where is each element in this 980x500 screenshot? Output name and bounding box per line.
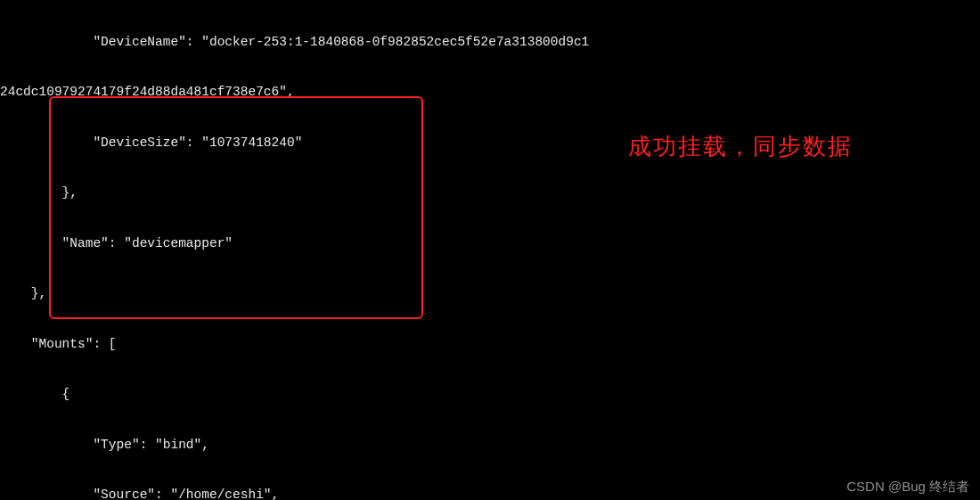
json-line: "Mounts": [ xyxy=(0,336,980,353)
annotation-text: 成功挂载，同步数据 xyxy=(628,132,853,162)
json-line: "DeviceName": "docker-253:1-1840868-0f98… xyxy=(0,34,980,51)
json-line: 24cdc10979274179f24d88da481cf738e7c6", xyxy=(0,84,980,101)
terminal-output: "DeviceName": "docker-253:1-1840868-0f98… xyxy=(0,0,980,500)
watermark-text: CSDN @Bug 终结者 xyxy=(846,478,969,496)
json-line: { xyxy=(0,386,980,403)
json-line: "Name": "devicemapper" xyxy=(0,235,980,252)
json-line: "Source": "/home/ceshi", xyxy=(0,487,980,500)
json-line: "Type": "bind", xyxy=(0,437,980,454)
json-line: }, xyxy=(0,184,980,201)
json-line: }, xyxy=(0,285,980,302)
